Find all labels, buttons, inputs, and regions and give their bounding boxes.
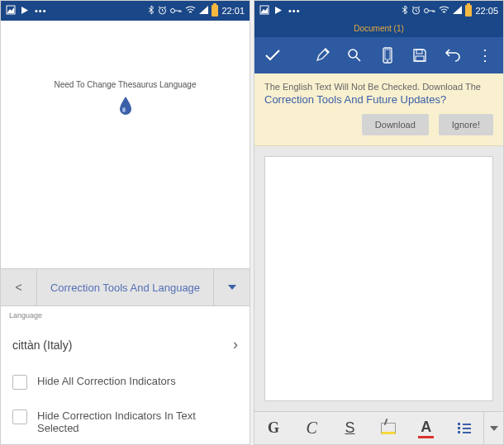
svg-marker-2 <box>21 7 28 14</box>
checkbox[interactable] <box>12 375 27 390</box>
back-button[interactable]: < <box>1 269 37 305</box>
font-color-button[interactable]: A <box>407 412 445 444</box>
play-store-icon <box>21 6 30 17</box>
phone-icon[interactable] <box>379 46 395 64</box>
key-icon <box>424 6 435 16</box>
bold-button[interactable]: G <box>254 412 292 444</box>
toolbar-dropdown[interactable] <box>213 269 250 305</box>
format-expand[interactable] <box>483 412 503 444</box>
key-icon <box>170 6 182 16</box>
svg-point-16 <box>387 60 388 62</box>
empty-state: Need To Change Thesaurus Language <box>1 21 250 268</box>
status-bar: ••• 22:01 <box>1 1 250 21</box>
download-notice: The English Text Will Not Be Checked. Do… <box>254 73 503 146</box>
check-icon[interactable] <box>264 46 281 64</box>
search-icon[interactable] <box>346 46 362 64</box>
svg-point-4 <box>171 9 175 13</box>
page[interactable] <box>264 156 493 401</box>
list-button[interactable] <box>445 412 483 444</box>
gallery-icon <box>6 5 16 17</box>
bluetooth-icon <box>402 5 408 17</box>
phone-right: ••• 22:05 Document (1) <box>254 0 504 445</box>
alarm-icon <box>158 6 167 17</box>
toolbar-title[interactable]: Correction Tools And Language <box>37 282 213 294</box>
svg-marker-1 <box>7 7 14 13</box>
phone-left: ••• 22:01 Need To Change Thesaurus Lang <box>0 0 250 445</box>
ignore-button[interactable]: Ignore! <box>439 114 493 135</box>
save-icon[interactable] <box>411 46 427 64</box>
download-button[interactable]: Download <box>362 114 429 135</box>
chevron-down-icon <box>228 285 236 290</box>
svg-marker-8 <box>261 7 268 13</box>
checkbox[interactable] <box>12 409 27 424</box>
action-bar: ⋮ <box>254 37 503 73</box>
signal-icon <box>453 6 462 16</box>
bluetooth-icon <box>148 5 155 17</box>
more-icon: ••• <box>35 6 47 16</box>
more-icon: ••• <box>288 6 301 16</box>
chevron-right-icon: › <box>233 336 238 353</box>
document-title: Document (1) <box>254 21 503 37</box>
list-icon <box>458 423 471 433</box>
drop-icon <box>118 96 133 116</box>
section-label: Language <box>1 306 250 324</box>
svg-rect-18 <box>416 56 424 61</box>
hide-selected-indicators-row[interactable]: Hide Correction Indicators In Text Selec… <box>1 400 250 444</box>
pen-icon[interactable] <box>314 46 330 64</box>
settings-toolbar: < Correction Tools And Language <box>1 268 250 306</box>
language-row[interactable]: cittàn (Italy) › <box>1 324 250 365</box>
alarm-icon <box>411 6 421 17</box>
format-bar: G C S A <box>254 411 503 444</box>
document-area[interactable] <box>254 146 503 411</box>
clock-time: 22:01 <box>221 6 245 16</box>
more-vert-icon[interactable]: ⋮ <box>478 46 493 64</box>
chevron-down-icon <box>490 426 498 431</box>
svg-marker-9 <box>275 7 282 14</box>
notice-text-1: The English Text Will Not Be Checked. Do… <box>264 82 493 92</box>
italic-button[interactable]: C <box>292 412 330 444</box>
check-label: Hide All Correction Indicators <box>37 375 176 387</box>
undo-icon[interactable] <box>445 46 461 64</box>
svg-marker-12 <box>453 6 462 14</box>
play-store-icon <box>274 6 283 17</box>
highlight-button[interactable] <box>369 412 407 444</box>
hide-all-indicators-row[interactable]: Hide All Correction Indicators <box>1 365 250 400</box>
svg-marker-5 <box>199 6 208 14</box>
svg-point-11 <box>425 9 429 13</box>
notice-text-2: Correction Tools And Future Updates? <box>264 93 493 106</box>
highlight-icon <box>381 423 396 434</box>
underline-button[interactable]: S <box>330 412 368 444</box>
hint-text: Need To Change Thesaurus Language <box>55 80 197 89</box>
wifi-icon <box>185 6 196 16</box>
svg-point-6 <box>122 107 126 112</box>
svg-point-13 <box>349 50 357 58</box>
status-bar: ••• 22:05 <box>254 1 503 21</box>
language-value: cittàn (Italy) <box>12 338 72 352</box>
wifi-icon <box>439 6 449 16</box>
clock-time: 22:05 <box>475 6 498 16</box>
battery-icon <box>465 5 472 17</box>
battery-icon <box>212 5 218 17</box>
svg-rect-15 <box>385 50 390 59</box>
signal-icon <box>199 6 208 16</box>
gallery-icon <box>259 5 269 17</box>
svg-rect-17 <box>416 50 422 54</box>
check-label: Hide Correction Indicators In Text Selec… <box>37 409 238 434</box>
